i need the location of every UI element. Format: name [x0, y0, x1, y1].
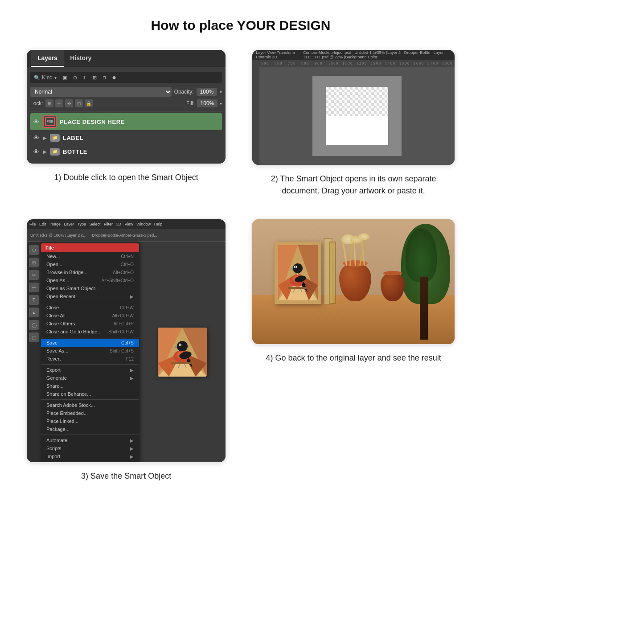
menu-new[interactable]: New... Ctrl+N: [41, 252, 139, 260]
history-tab[interactable]: History: [64, 50, 98, 67]
ps-tabs-row: Layers History: [27, 50, 226, 67]
svg-point-14: [180, 344, 181, 345]
layer-eye-icon-0[interactable]: 👁: [32, 118, 40, 126]
tool-icon-2[interactable]: ⊞: [29, 258, 39, 267]
menu-place-linked-label: Place Linked...: [46, 418, 78, 424]
menu-browse[interactable]: Browse in Bridge... Alt+Ctrl+O: [41, 268, 139, 276]
ps-canvas-white-area: [326, 87, 388, 145]
menu-automate[interactable]: Automate ▶: [41, 436, 139, 444]
lock-position-icon[interactable]: ✛: [65, 99, 73, 107]
menu-share[interactable]: Share...: [41, 382, 139, 390]
menu-package[interactable]: Package...: [41, 425, 139, 433]
menu-save-as[interactable]: Save As... Shift+Ctrl+S: [41, 347, 139, 355]
ps-canvas-body: [252, 67, 455, 165]
pampas-grass: [337, 234, 377, 266]
menu-new-shortcut: Ctrl+N: [121, 254, 134, 259]
tool-icon-5[interactable]: T: [29, 295, 39, 305]
layer-eye-icon-2[interactable]: 👁: [32, 148, 40, 156]
blend-mode-select[interactable]: Normal: [30, 87, 172, 97]
layer-bottle[interactable]: 👁 ▶ 📁 BOTTLE: [30, 145, 222, 158]
layers-tab[interactable]: Layers: [31, 50, 64, 67]
step1-caption: 1) Double click to open the Smart Object: [54, 172, 198, 184]
pot-large-body: [339, 262, 371, 301]
step3-caption: 3) Save the Smart Object: [81, 470, 171, 482]
menu-share-label: Share...: [46, 383, 64, 389]
menu-revert[interactable]: Revert F12: [41, 355, 139, 363]
lock-pixels-icon[interactable]: ✏: [55, 99, 63, 107]
file-label: File: [45, 245, 54, 250]
menu-export[interactable]: Export ▶: [41, 366, 139, 374]
menu-close-all[interactable]: Close All Alt+Ctrl+W: [41, 312, 139, 320]
menu-save[interactable]: Save Ctrl+S: [41, 339, 139, 347]
tool-icon-3[interactable]: ✂: [29, 270, 39, 280]
menu-close[interactable]: Close Ctrl+W: [41, 304, 139, 312]
opacity-label: Opacity:: [174, 89, 194, 95]
menu-scripts[interactable]: Scripts ▶: [41, 444, 139, 452]
step2-cell: Layer View Transform Controls 3D ... Con…: [252, 50, 455, 197]
lock-transparent-icon[interactable]: ⊞: [45, 99, 53, 107]
lock-icons-group: ⊞ ✏ ✛ ⊡ 🔒: [45, 99, 93, 107]
ps-icon-dot: ●: [110, 74, 118, 82]
ps-canvas-ruler-left: [252, 67, 259, 165]
tool-icon-7[interactable]: ◯: [29, 320, 39, 330]
menu-place-embedded[interactable]: Place Embedded...: [41, 409, 139, 417]
tool-icon-6[interactable]: ▲: [29, 308, 39, 317]
menu-open-label: Open...: [46, 262, 62, 267]
menu-sep-5: [41, 435, 139, 435]
menu-sep-3: [41, 364, 139, 365]
menu-close-others-shortcut: Alt+Ctrl+P: [113, 321, 134, 326]
menu-place-linked[interactable]: Place Linked...: [41, 417, 139, 425]
menu-import-label: Import: [46, 454, 60, 459]
menu-close-bridge[interactable]: Close and Go to Bridge... Shift+Ctrl+W: [41, 328, 139, 336]
menu-revert-shortcut: F12: [126, 357, 134, 361]
menu-close-all-shortcut: Alt+Ctrl+W: [112, 313, 134, 318]
tool-icon-1[interactable]: ⬡: [29, 245, 39, 255]
menu-file-header[interactable]: File: [41, 243, 139, 252]
menu-open-as-label: Open As...: [46, 278, 69, 283]
menu-open-as[interactable]: Open As... Alt+Shift+Ctrl+O: [41, 276, 139, 284]
menu-share-behance-label: Share on Behance...: [46, 391, 91, 397]
submenu-arrow-scripts: ▶: [130, 446, 134, 451]
menu-open-recent[interactable]: Open Recent ▶: [41, 292, 139, 300]
ps-layers-panel: Layers History 🔍 Kind ▾ ▣ ⊙ T ⊞ 🗒 ●: [27, 50, 226, 164]
step4-caption: 4) Go back to the original layer and see…: [266, 352, 441, 364]
layer-label[interactable]: 👁 ▶ 📁 LABEL: [30, 131, 222, 144]
layer-place-design[interactable]: 👁 PSB PLACE DESIGN HERE: [30, 113, 222, 130]
ps-canvas-preview-area: [139, 242, 226, 462]
menu-share-behance[interactable]: Share on Behance...: [41, 390, 139, 398]
ps-canvas-filetabs: Contour-Mockup-liquor.psd Untitled-1 @35…: [303, 50, 451, 59]
menu-browse-shortcut: Alt+Ctrl+O: [113, 270, 134, 275]
plant-stem: [420, 277, 428, 340]
lock-all-icon[interactable]: 🔒: [85, 99, 93, 107]
layer-eye-icon-1[interactable]: 👁: [32, 134, 40, 142]
layer-arrow-icon-1[interactable]: ▶: [43, 135, 47, 140]
pot-medium-body: [381, 272, 405, 301]
submenu-arrow-generate: ▶: [130, 376, 134, 381]
step4-cell: 4) Go back to the original layer and see…: [252, 219, 455, 482]
menu-open-smart[interactable]: Open as Smart Object...: [41, 284, 139, 292]
opacity-chevron-icon: ▾: [220, 90, 222, 94]
submenu-arrow-export: ▶: [130, 368, 134, 373]
ps-canvas-ruler-side: [252, 60, 259, 67]
layer-name-1: LABEL: [63, 135, 83, 141]
menu-close-all-label: Close All: [46, 313, 66, 318]
ps-canvas-topbar: Layer View Transform Controls 3D ... Con…: [252, 50, 455, 60]
ps-icon-image: ▣: [61, 74, 69, 82]
pot-medium: [381, 272, 405, 301]
tool-icon-4[interactable]: ✏: [29, 283, 39, 292]
menu-adobe-stock[interactable]: Search Adobe Stock...: [41, 401, 139, 409]
menu-import[interactable]: Import ▶: [41, 452, 139, 460]
menu-close-others[interactable]: Close Others Alt+Ctrl+P: [41, 320, 139, 328]
bird-artwork-svg: [158, 328, 207, 377]
tool-icon-8[interactable]: ⬚: [29, 332, 39, 342]
ps-canvas-menutabs: Layer View Transform Controls 3D ...: [256, 50, 300, 59]
lock-artboard-icon[interactable]: ⊡: [75, 99, 83, 107]
svg-point-10: [177, 341, 188, 352]
bird-artwork-preview: [158, 328, 207, 377]
menu-generate[interactable]: Generate ▶: [41, 374, 139, 382]
ps-blend-opacity-row: Normal Opacity: 100% ▾: [30, 87, 222, 97]
framed-bird-svg: [278, 245, 318, 300]
menu-open[interactable]: Open... Ctrl+O: [41, 260, 139, 268]
layer-arrow-icon-2[interactable]: ▶: [43, 149, 47, 154]
search-icon: 🔍: [34, 75, 40, 81]
